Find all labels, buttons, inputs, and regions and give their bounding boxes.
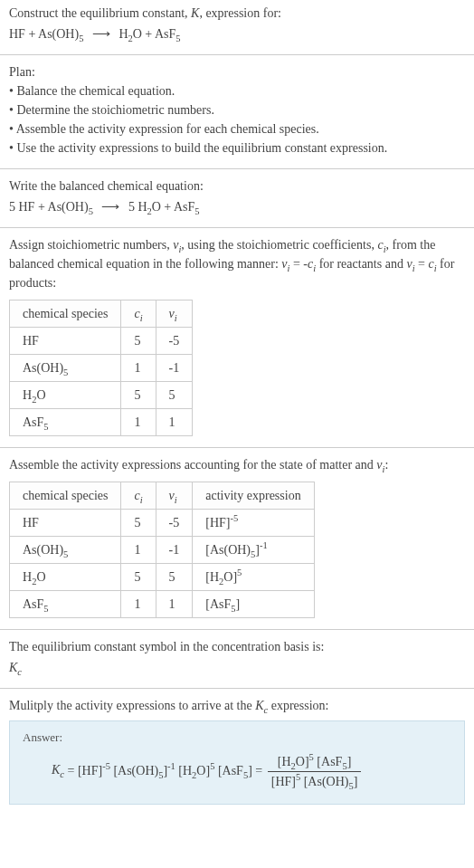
cell-expr: [AsF5] [193, 591, 314, 618]
col-vi: νi [156, 300, 193, 328]
cell-expr: [HF]-5 [193, 510, 314, 537]
cell-species: H2O [10, 564, 121, 591]
cell-ci: 1 [121, 355, 156, 382]
col-species: chemical species [10, 482, 121, 510]
cell-species: As(OH)5 [10, 537, 121, 564]
activity-block: Assemble the activity expressions accoun… [0, 447, 474, 629]
prompt-line: Construct the equilibrium constant, K, e… [9, 4, 465, 23]
cell-vi: 1 [156, 409, 193, 436]
answer-box: Answer: Kc = [HF]-5 [As(OH)5]-1 [H2O]5 [… [9, 720, 465, 805]
activity-table: chemical species ci νi activity expressi… [9, 482, 315, 618]
table-row: AsF5 1 1 [AsF5] [10, 591, 315, 618]
col-vi: νi [156, 482, 193, 510]
table-row: H2O 5 5 [H2O]5 [10, 564, 315, 591]
answer-label: Answer: [23, 729, 451, 752]
plan-item: Balance the chemical equation. [9, 81, 465, 100]
plan-list: Balance the chemical equation. Determine… [9, 81, 465, 157]
cell-vi: -1 [156, 537, 193, 564]
cell-ci: 5 [121, 382, 156, 409]
cell-vi: -1 [156, 355, 193, 382]
cell-species: HF [10, 510, 121, 537]
col-expr: activity expression [193, 482, 314, 510]
table-row: HF 5 -5 [10, 328, 193, 355]
table-row: As(OH)5 1 -1 [As(OH)5]-1 [10, 537, 315, 564]
prompt-block: Construct the equilibrium constant, K, e… [0, 0, 474, 54]
plan-item: Determine the stoichiometric numbers. [9, 100, 465, 119]
activity-intro: Assemble the activity expressions accoun… [9, 455, 465, 474]
cell-ci: 1 [121, 409, 156, 436]
table-row: H2O 5 5 [10, 382, 193, 409]
plan-item: Assemble the activity expression for eac… [9, 119, 465, 138]
cell-vi: 1 [156, 591, 193, 618]
col-species: chemical species [10, 300, 121, 328]
table-row: As(OH)5 1 -1 [10, 355, 193, 382]
multiply-line: Mulitply the activity expressions to arr… [9, 696, 465, 715]
table-row: AsF5 1 1 [10, 409, 193, 436]
cell-ci: 5 [121, 510, 156, 537]
unbalanced-equation: HF + As(OH)5 ⟶ H2O + AsF5 [9, 23, 465, 43]
cell-ci: 5 [121, 564, 156, 591]
balanced-equation: 5 HF + As(OH)5 ⟶ 5 H2O + AsF5 [9, 196, 465, 216]
cell-ci: 1 [121, 591, 156, 618]
col-ci: ci [121, 300, 156, 328]
balanced-title: Write the balanced chemical equation: [9, 176, 465, 196]
cell-species: As(OH)5 [10, 355, 121, 382]
answer-equation: Kc = [HF]-5 [As(OH)5]-1 [H2O]5 [AsF5] = … [23, 752, 451, 791]
cell-species: HF [10, 328, 121, 355]
balanced-block: Write the balanced chemical equation: 5 … [0, 168, 474, 227]
stoich-block: Assign stoichiometric numbers, νi, using… [0, 227, 474, 447]
cell-vi: 5 [156, 382, 193, 409]
cell-species: H2O [10, 382, 121, 409]
cell-vi: -5 [156, 328, 193, 355]
col-ci: ci [121, 482, 156, 510]
plan-block: Plan: Balance the chemical equation. Det… [0, 54, 474, 168]
kc-symbol: Kc [9, 656, 465, 677]
cell-expr: [As(OH)5]-1 [193, 537, 314, 564]
cell-vi: 5 [156, 564, 193, 591]
cell-species: AsF5 [10, 591, 121, 618]
symbol-block: The equilibrium constant symbol in the c… [0, 629, 474, 688]
cell-ci: 5 [121, 328, 156, 355]
multiply-block: Mulitply the activity expressions to arr… [0, 688, 474, 816]
symbol-line: The equilibrium constant symbol in the c… [9, 637, 465, 656]
cell-vi: -5 [156, 510, 193, 537]
plan-title: Plan: [9, 62, 465, 81]
stoich-intro: Assign stoichiometric numbers, νi, using… [9, 235, 465, 292]
plan-item: Use the activity expressions to build th… [9, 138, 465, 157]
stoich-table: chemical species ci νi HF 5 -5 As(OH)5 1… [9, 300, 193, 436]
cell-expr: [H2O]5 [193, 564, 314, 591]
cell-ci: 1 [121, 537, 156, 564]
cell-species: AsF5 [10, 409, 121, 436]
table-row: HF 5 -5 [HF]-5 [10, 510, 315, 537]
